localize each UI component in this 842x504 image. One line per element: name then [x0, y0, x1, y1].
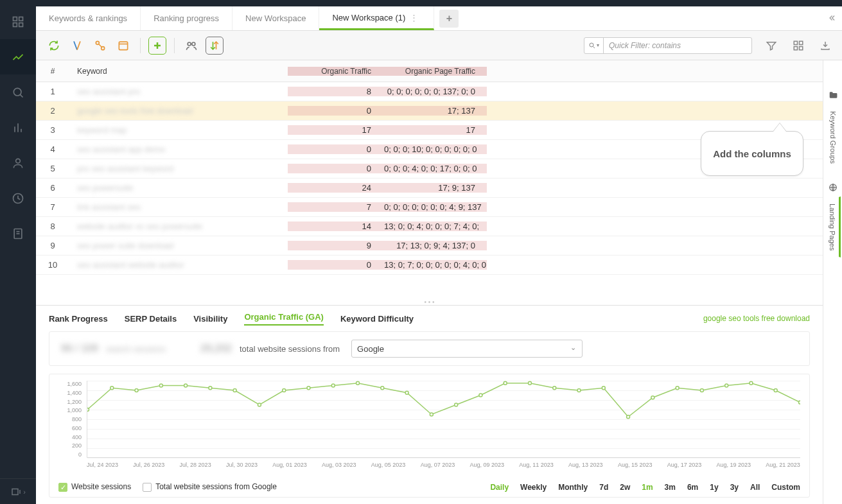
cell-organic-traffic: 14 [288, 222, 384, 231]
range-weekly[interactable]: Weekly [520, 483, 547, 492]
nav-history[interactable] [0, 180, 36, 216]
nav-reports[interactable] [0, 110, 36, 145]
range-daily[interactable]: Daily [490, 483, 509, 492]
col-header-num[interactable]: # [36, 67, 69, 76]
table-row[interactable]: 8website auditor vs seo powersuite1413; … [36, 217, 823, 236]
ptab-rank-progress[interactable]: Rank Progress [49, 314, 108, 324]
svg-point-58 [700, 389, 703, 392]
panel-keyword-link[interactable]: google seo tools free download [703, 314, 810, 323]
cell-organic-page-traffic: 17; 13; 0; 9; 4; 137; 0 [384, 241, 487, 250]
compare-button[interactable] [68, 37, 86, 55]
svg-point-37 [184, 384, 188, 387]
svg-line-17 [99, 44, 102, 47]
svg-point-53 [577, 389, 581, 392]
cell-organic-page-traffic: 0; 0; 0; 0; 0; 0; 137; 0; 0 [384, 87, 487, 96]
panel-resize-handle[interactable]: • • • [36, 299, 823, 305]
right-tab-landing-pages[interactable]: Landing Pages [825, 196, 841, 257]
range-7d[interactable]: 7d [599, 483, 608, 492]
checkbox-on-icon[interactable]: ✓ [58, 483, 67, 492]
nav-search[interactable] [0, 74, 36, 110]
table-row[interactable]: 1seo assistant pro80; 0; 0; 0; 0; 0; 137… [36, 82, 823, 101]
cell-organic-traffic: 0 [288, 144, 384, 154]
range-3y[interactable]: 3y [730, 483, 739, 492]
nav-users[interactable] [0, 145, 36, 180]
cell-num: 1 [36, 87, 69, 96]
collapse-panel-icon[interactable] [825, 12, 838, 24]
checkbox-off-icon[interactable] [143, 483, 152, 492]
cell-keyword: seo powersuite [69, 183, 288, 193]
nav-collapse-bottom[interactable]: › [0, 478, 36, 504]
add-button[interactable] [148, 37, 166, 55]
svg-point-48 [455, 403, 458, 406]
filter-icon[interactable] [764, 38, 779, 53]
range-6m[interactable]: 6m [687, 483, 698, 492]
search-mode-dropdown[interactable]: ▾ [584, 38, 604, 53]
legend-item-1[interactable]: ✓Website sessions [58, 482, 131, 492]
quick-filter-input[interactable] [604, 41, 751, 50]
tab-keywords-rankings[interactable]: Keywords & rankings [36, 6, 141, 30]
cell-organic-page-traffic: 0; 0; 0; 4; 0; 0; 17; 0; 0; 0 [384, 164, 487, 173]
right-tab-keyword-groups[interactable]: Keyword Groups [826, 104, 840, 171]
tab-ranking-progress[interactable]: Ranking progress [141, 6, 232, 30]
svg-point-54 [602, 387, 605, 390]
svg-point-52 [553, 387, 556, 390]
chart-plot[interactable] [87, 381, 800, 458]
range-custom[interactable]: Custom [771, 483, 800, 492]
columns-icon[interactable] [791, 38, 806, 53]
table-row[interactable]: 6seo powersuite2417; 9; 137 [36, 178, 823, 198]
svg-line-5 [20, 94, 22, 97]
svg-point-62 [799, 401, 800, 404]
ptab-serp-details[interactable]: SERP Details [125, 314, 177, 324]
nav-rankings[interactable] [0, 39, 36, 74]
cell-organic-traffic: 7 [288, 202, 384, 212]
table-header: # Keyword Organic Traffic Organic Page T… [36, 60, 823, 82]
cell-organic-page-traffic: 0; 0; 0; 10; 0; 0; 0; 0; 0; 0 [384, 144, 487, 154]
range-monthly[interactable]: Monthly [558, 483, 588, 492]
svg-rect-2 [13, 22, 17, 26]
svg-point-22 [188, 42, 191, 46]
source-select[interactable]: Google [351, 340, 583, 358]
range-1m[interactable]: 1m [642, 483, 653, 492]
cell-num: 9 [36, 241, 69, 250]
nav-content[interactable] [0, 216, 36, 251]
table-row[interactable]: 7link assistant seo70; 0; 0; 0; 0; 0; 0;… [36, 198, 823, 217]
toolbar-divider [140, 38, 141, 53]
tab-new-workspace[interactable]: New Workspace [232, 6, 319, 30]
calendar-button[interactable] [114, 37, 132, 55]
tab-new-workspace-1[interactable]: New Workspace (1) ⋮ [319, 6, 434, 30]
ptab-keyword-difficulty[interactable]: Keyword Difficulty [340, 314, 414, 324]
cell-organic-traffic: 0 [288, 106, 384, 116]
svg-point-59 [725, 384, 728, 387]
legend-item-2[interactable]: Total website sessions from Google [143, 482, 277, 492]
links-button[interactable] [91, 37, 109, 55]
add-tab-button[interactable]: + [439, 10, 459, 28]
chart-y-axis: 1,6001,4001,2001,0008006004002000 [58, 381, 82, 458]
table-row[interactable]: 9seo power suite download917; 13; 0; 9; … [36, 236, 823, 256]
stats-row: 96 / 109 search sessions 29,202 total we… [49, 331, 810, 366]
cell-organic-page-traffic: 13; 0; 7; 0; 0; 0; 0; 0; 4; 0; 0 [384, 260, 487, 270]
table-row[interactable]: 10seo assistant website auditor013; 0; 7… [36, 256, 823, 275]
tab-menu-icon[interactable]: ⋮ [412, 13, 421, 22]
sort-button[interactable] [206, 37, 224, 55]
range-2w[interactable]: 2w [620, 483, 630, 492]
range-1y[interactable]: 1y [710, 483, 718, 492]
svg-marker-28 [767, 42, 776, 49]
ptab-visibility[interactable]: Visibility [193, 314, 227, 324]
svg-point-46 [405, 391, 408, 394]
cell-organic-traffic: 17 [288, 125, 384, 135]
nav-dashboard[interactable] [0, 4, 36, 39]
download-icon[interactable] [818, 38, 833, 53]
group-button[interactable] [182, 37, 200, 55]
table-row[interactable]: 2google seo tools free download017; 137 [36, 101, 823, 121]
col-header-organic-traffic[interactable]: Organic Traffic [288, 67, 384, 76]
refresh-button[interactable] [45, 37, 63, 55]
range-3m[interactable]: 3m [665, 483, 676, 492]
svg-point-43 [331, 384, 335, 387]
cell-organic-traffic: 9 [288, 241, 384, 250]
range-all[interactable]: All [750, 483, 760, 492]
cell-organic-traffic: 8 [288, 87, 384, 96]
col-header-organic-page-traffic[interactable]: Organic Page Traffic [384, 67, 487, 76]
svg-point-40 [258, 403, 261, 406]
ptab-organic-traffic[interactable]: Organic Traffic (GA) [244, 312, 324, 326]
col-header-keyword[interactable]: Keyword [69, 67, 288, 76]
